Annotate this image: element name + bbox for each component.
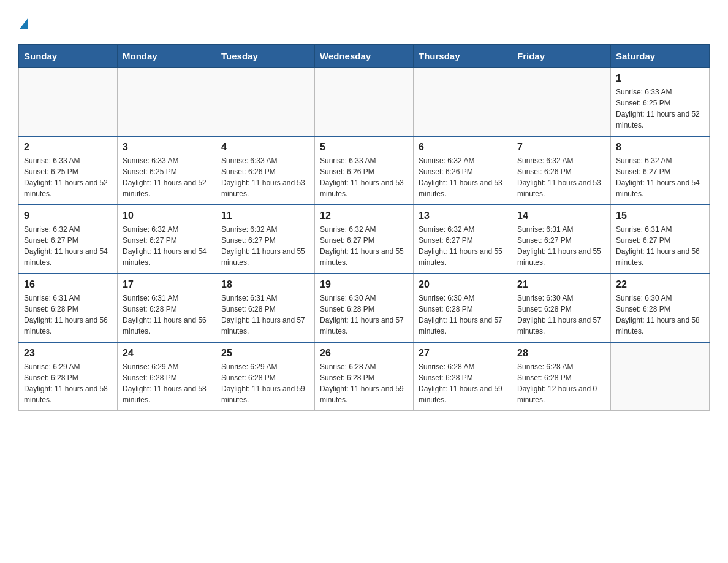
day-info: Sunrise: 6:28 AM Sunset: 6:28 PM Dayligh… xyxy=(517,361,605,405)
day-number: 4 xyxy=(221,142,309,153)
day-info: Sunrise: 6:32 AM Sunset: 6:27 PM Dayligh… xyxy=(123,224,211,268)
day-info: Sunrise: 6:32 AM Sunset: 6:27 PM Dayligh… xyxy=(616,155,704,199)
day-number: 14 xyxy=(517,210,605,221)
calendar-cell: 26Sunrise: 6:28 AM Sunset: 6:28 PM Dayli… xyxy=(315,342,414,411)
calendar-cell xyxy=(118,68,216,137)
calendar-cell: 24Sunrise: 6:29 AM Sunset: 6:28 PM Dayli… xyxy=(118,342,216,411)
day-number: 25 xyxy=(221,348,309,359)
day-info: Sunrise: 6:30 AM Sunset: 6:28 PM Dayligh… xyxy=(419,293,507,337)
calendar-header-monday: Monday xyxy=(118,45,216,68)
calendar-cell xyxy=(512,68,611,137)
calendar-cell: 16Sunrise: 6:31 AM Sunset: 6:28 PM Dayli… xyxy=(19,274,118,342)
calendar-cell xyxy=(216,68,315,137)
day-number: 17 xyxy=(123,279,211,290)
day-number: 5 xyxy=(320,142,408,153)
day-number: 8 xyxy=(616,142,704,153)
calendar-header-sunday: Sunday xyxy=(19,45,118,68)
calendar-header-thursday: Thursday xyxy=(414,45,512,68)
day-info: Sunrise: 6:29 AM Sunset: 6:28 PM Dayligh… xyxy=(24,361,112,405)
calendar-cell: 4Sunrise: 6:33 AM Sunset: 6:26 PM Daylig… xyxy=(216,136,315,205)
day-info: Sunrise: 6:31 AM Sunset: 6:28 PM Dayligh… xyxy=(123,293,211,337)
calendar-cell: 21Sunrise: 6:30 AM Sunset: 6:28 PM Dayli… xyxy=(512,274,611,342)
calendar-cell xyxy=(19,68,118,137)
calendar-cell: 6Sunrise: 6:32 AM Sunset: 6:26 PM Daylig… xyxy=(414,136,512,205)
day-number: 1 xyxy=(616,73,704,84)
calendar-cell: 10Sunrise: 6:32 AM Sunset: 6:27 PM Dayli… xyxy=(118,205,216,274)
calendar-cell: 27Sunrise: 6:28 AM Sunset: 6:28 PM Dayli… xyxy=(414,342,512,411)
calendar-cell: 1Sunrise: 6:33 AM Sunset: 6:25 PM Daylig… xyxy=(611,68,710,137)
day-info: Sunrise: 6:31 AM Sunset: 6:27 PM Dayligh… xyxy=(517,224,605,268)
day-info: Sunrise: 6:31 AM Sunset: 6:28 PM Dayligh… xyxy=(221,293,309,337)
calendar-cell: 18Sunrise: 6:31 AM Sunset: 6:28 PM Dayli… xyxy=(216,274,315,342)
day-info: Sunrise: 6:32 AM Sunset: 6:27 PM Dayligh… xyxy=(419,224,507,268)
logo xyxy=(18,12,29,32)
day-number: 2 xyxy=(24,142,112,153)
day-number: 12 xyxy=(320,210,408,221)
day-number: 10 xyxy=(123,210,211,221)
day-number: 11 xyxy=(221,210,309,221)
calendar-cell: 3Sunrise: 6:33 AM Sunset: 6:25 PM Daylig… xyxy=(118,136,216,205)
day-number: 15 xyxy=(616,210,704,221)
calendar-cell: 19Sunrise: 6:30 AM Sunset: 6:28 PM Dayli… xyxy=(315,274,414,342)
day-number: 28 xyxy=(517,348,605,359)
page-header xyxy=(18,12,710,32)
calendar-header-wednesday: Wednesday xyxy=(315,45,414,68)
calendar-week-row: 16Sunrise: 6:31 AM Sunset: 6:28 PM Dayli… xyxy=(19,274,710,342)
calendar-cell: 22Sunrise: 6:30 AM Sunset: 6:28 PM Dayli… xyxy=(611,274,710,342)
day-info: Sunrise: 6:32 AM Sunset: 6:27 PM Dayligh… xyxy=(320,224,408,268)
calendar-cell: 12Sunrise: 6:32 AM Sunset: 6:27 PM Dayli… xyxy=(315,205,414,274)
day-info: Sunrise: 6:28 AM Sunset: 6:28 PM Dayligh… xyxy=(320,361,408,405)
day-number: 19 xyxy=(320,279,408,290)
calendar-cell: 13Sunrise: 6:32 AM Sunset: 6:27 PM Dayli… xyxy=(414,205,512,274)
day-info: Sunrise: 6:29 AM Sunset: 6:28 PM Dayligh… xyxy=(123,361,211,405)
calendar-header-saturday: Saturday xyxy=(611,45,710,68)
day-number: 6 xyxy=(419,142,507,153)
calendar-cell: 23Sunrise: 6:29 AM Sunset: 6:28 PM Dayli… xyxy=(19,342,118,411)
calendar-cell xyxy=(414,68,512,137)
calendar-cell: 9Sunrise: 6:32 AM Sunset: 6:27 PM Daylig… xyxy=(19,205,118,274)
calendar-week-row: 9Sunrise: 6:32 AM Sunset: 6:27 PM Daylig… xyxy=(19,205,710,274)
logo-triangle-icon xyxy=(20,18,28,29)
calendar-header-friday: Friday xyxy=(512,45,611,68)
calendar-cell: 7Sunrise: 6:32 AM Sunset: 6:26 PM Daylig… xyxy=(512,136,611,205)
day-info: Sunrise: 6:33 AM Sunset: 6:25 PM Dayligh… xyxy=(616,86,704,131)
day-number: 24 xyxy=(123,348,211,359)
day-info: Sunrise: 6:32 AM Sunset: 6:27 PM Dayligh… xyxy=(24,224,112,268)
day-info: Sunrise: 6:29 AM Sunset: 6:28 PM Dayligh… xyxy=(221,361,309,405)
calendar-header-tuesday: Tuesday xyxy=(216,45,315,68)
calendar-cell: 17Sunrise: 6:31 AM Sunset: 6:28 PM Dayli… xyxy=(118,274,216,342)
day-info: Sunrise: 6:33 AM Sunset: 6:25 PM Dayligh… xyxy=(24,155,112,199)
day-info: Sunrise: 6:31 AM Sunset: 6:28 PM Dayligh… xyxy=(24,293,112,337)
calendar-week-row: 1Sunrise: 6:33 AM Sunset: 6:25 PM Daylig… xyxy=(19,68,710,137)
day-number: 13 xyxy=(419,210,507,221)
day-info: Sunrise: 6:33 AM Sunset: 6:26 PM Dayligh… xyxy=(320,155,408,199)
day-number: 26 xyxy=(320,348,408,359)
calendar-cell: 15Sunrise: 6:31 AM Sunset: 6:27 PM Dayli… xyxy=(611,205,710,274)
day-info: Sunrise: 6:33 AM Sunset: 6:26 PM Dayligh… xyxy=(221,155,309,199)
day-number: 3 xyxy=(123,142,211,153)
day-info: Sunrise: 6:33 AM Sunset: 6:25 PM Dayligh… xyxy=(123,155,211,199)
calendar-week-row: 23Sunrise: 6:29 AM Sunset: 6:28 PM Dayli… xyxy=(19,342,710,411)
day-number: 27 xyxy=(419,348,507,359)
calendar-cell: 14Sunrise: 6:31 AM Sunset: 6:27 PM Dayli… xyxy=(512,205,611,274)
day-number: 16 xyxy=(24,279,112,290)
calendar-cell xyxy=(315,68,414,137)
day-number: 18 xyxy=(221,279,309,290)
day-info: Sunrise: 6:32 AM Sunset: 6:26 PM Dayligh… xyxy=(517,155,605,199)
day-number: 21 xyxy=(517,279,605,290)
calendar-cell: 2Sunrise: 6:33 AM Sunset: 6:25 PM Daylig… xyxy=(19,136,118,205)
calendar-cell: 11Sunrise: 6:32 AM Sunset: 6:27 PM Dayli… xyxy=(216,205,315,274)
day-number: 22 xyxy=(616,279,704,290)
day-info: Sunrise: 6:30 AM Sunset: 6:28 PM Dayligh… xyxy=(517,293,605,337)
calendar-cell: 28Sunrise: 6:28 AM Sunset: 6:28 PM Dayli… xyxy=(512,342,611,411)
calendar-table: SundayMondayTuesdayWednesdayThursdayFrid… xyxy=(18,44,710,411)
calendar-cell xyxy=(611,342,710,411)
day-info: Sunrise: 6:28 AM Sunset: 6:28 PM Dayligh… xyxy=(419,361,507,405)
day-number: 7 xyxy=(517,142,605,153)
day-info: Sunrise: 6:31 AM Sunset: 6:27 PM Dayligh… xyxy=(616,224,704,268)
day-info: Sunrise: 6:32 AM Sunset: 6:27 PM Dayligh… xyxy=(221,224,309,268)
day-info: Sunrise: 6:30 AM Sunset: 6:28 PM Dayligh… xyxy=(616,293,704,337)
calendar-header-row: SundayMondayTuesdayWednesdayThursdayFrid… xyxy=(19,45,710,68)
calendar-week-row: 2Sunrise: 6:33 AM Sunset: 6:25 PM Daylig… xyxy=(19,136,710,205)
calendar-cell: 20Sunrise: 6:30 AM Sunset: 6:28 PM Dayli… xyxy=(414,274,512,342)
